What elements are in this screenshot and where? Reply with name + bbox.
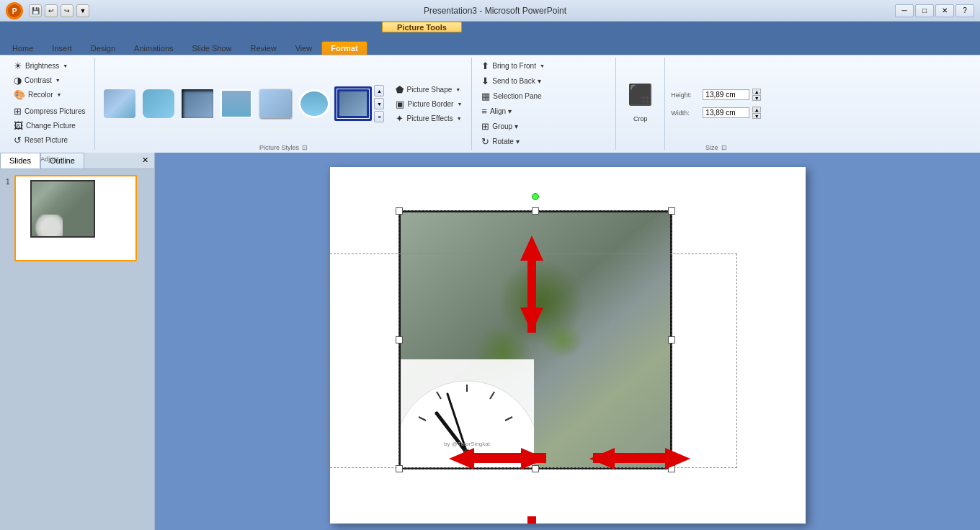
picture-border-button[interactable]: ▣ Picture Border ▼ xyxy=(392,97,466,111)
change-picture-icon: 🖼 xyxy=(14,120,23,131)
align-icon: ≡ xyxy=(481,106,487,117)
handle-middle-right[interactable] xyxy=(668,336,675,343)
height-row: Height: ▲ ▼ xyxy=(671,89,761,101)
contrast-icon: ◑ xyxy=(14,75,22,86)
selection-pane-button[interactable]: ▦ Selection Pane xyxy=(478,89,545,103)
brightness-icon: ☀ xyxy=(14,60,22,71)
picture-tools-context-tab: Picture Tools xyxy=(0,22,980,37)
style-5[interactable] xyxy=(257,86,294,121)
reset-icon: ↺ xyxy=(14,135,22,145)
panel-close-button[interactable]: ✕ xyxy=(136,153,154,169)
picture-effects-icon: ✦ xyxy=(396,113,404,124)
picture-shape-icon: ⬟ xyxy=(396,84,404,95)
align-button[interactable]: ≡ Align ▾ xyxy=(478,104,515,118)
left-panel: Slides Outline ✕ 1 xyxy=(0,153,155,530)
height-label: Height: xyxy=(671,91,700,99)
change-picture-button[interactable]: 🖼 Change Picture xyxy=(10,119,89,132)
crop-group: ⬛ ⌗ Crop xyxy=(616,58,665,150)
handle-bottom-right[interactable] xyxy=(668,465,675,472)
crop-button[interactable]: ⬛ ⌗ Crop xyxy=(622,85,659,122)
help-button[interactable]: ? xyxy=(956,4,974,17)
window-controls: ─ □ ✕ ? xyxy=(895,4,974,17)
height-up-button[interactable]: ▲ xyxy=(752,89,761,94)
gallery-scroll: ▲ ▼ ≡ xyxy=(374,85,384,122)
maximize-button[interactable]: □ xyxy=(915,4,934,17)
bring-to-front-icon: ⬆ xyxy=(481,60,489,71)
selection-pane-icon: ▦ xyxy=(481,91,490,102)
send-to-back-button[interactable]: ⬇ Send to Back ▾ xyxy=(478,74,544,88)
picture-effects-button[interactable]: ✦ Picture Effects ▼ xyxy=(392,112,466,125)
adjust-group: ☀ Brightness ▼ ◑ Contrast ▼ 🎨 Recolor ▼ xyxy=(4,58,95,150)
tab-home[interactable]: Home xyxy=(3,41,43,55)
slide-thumbnail-1[interactable] xyxy=(14,175,137,261)
rotate-button[interactable]: ↻ Rotate ▾ xyxy=(478,135,522,148)
brightness-button[interactable]: ☀ Brightness ▼ xyxy=(10,59,71,73)
bring-to-front-button[interactable]: ⬆ Bring to Front ▼ xyxy=(478,59,548,73)
width-input[interactable] xyxy=(703,107,749,118)
style-1[interactable] xyxy=(101,86,138,121)
picture-shape-button[interactable]: ⬟ Picture Shape ▼ xyxy=(392,83,466,96)
tab-animations[interactable]: Animations xyxy=(125,41,182,55)
svg-text:P: P xyxy=(12,7,17,15)
height-down-button[interactable]: ▼ xyxy=(752,95,761,101)
picture-container[interactable]: by @TutorSingkat xyxy=(398,210,672,480)
width-spinner: ▲ ▼ xyxy=(752,107,761,119)
handle-middle-left[interactable] xyxy=(396,336,403,343)
group-button[interactable]: ⊞ Group ▾ xyxy=(478,120,522,133)
contrast-button[interactable]: ◑ Contrast ▼ xyxy=(10,73,71,87)
style-4[interactable] xyxy=(218,86,255,121)
handle-bottom-left[interactable] xyxy=(396,465,403,472)
width-up-button[interactable]: ▲ xyxy=(752,107,761,112)
minimize-button[interactable]: ─ xyxy=(895,4,914,17)
width-row: Width: ▲ ▼ xyxy=(671,107,761,119)
picture-styles-expand[interactable]: ⊡ xyxy=(302,144,308,151)
style-2[interactable] xyxy=(140,86,177,121)
selection-box xyxy=(398,210,672,470)
slide-canvas[interactable]: by @TutorSingkat xyxy=(330,167,806,524)
close-button[interactable]: ✕ xyxy=(935,4,954,17)
redo-button[interactable]: ↪ xyxy=(61,4,74,17)
compress-icon: ⊞ xyxy=(14,106,22,117)
picture-tools-label: Picture Tools xyxy=(382,22,462,32)
style-6[interactable] xyxy=(295,86,333,121)
ribbon: Picture Tools Home Insert Design Animati… xyxy=(0,22,980,153)
tab-review[interactable]: Review xyxy=(241,41,286,55)
window-title: Presentation3 - Microsoft PowerPoint xyxy=(95,6,895,16)
ribbon-tab-row: Home Insert Design Animations Slide Show… xyxy=(0,37,980,55)
slide-thumb-item-1: 1 xyxy=(6,175,148,261)
style-7[interactable] xyxy=(334,86,372,121)
gallery-up[interactable]: ▲ xyxy=(374,85,384,96)
crop-lines-icon: ⌗ xyxy=(641,91,649,109)
reset-picture-button[interactable]: ↺ Reset Picture xyxy=(10,133,89,147)
rotate-handle[interactable] xyxy=(532,193,539,200)
undo-button[interactable]: ↩ xyxy=(45,4,58,17)
customize-button[interactable]: ▼ xyxy=(76,4,89,17)
tab-design[interactable]: Design xyxy=(81,41,125,55)
save-button[interactable]: 💾 xyxy=(29,4,42,17)
gallery-more[interactable]: ≡ xyxy=(374,111,384,122)
quick-access-toolbar: 💾 ↩ ↪ ▼ xyxy=(29,4,89,17)
handle-bottom-center[interactable] xyxy=(532,465,539,472)
tab-format[interactable]: Format xyxy=(321,41,367,55)
recolor-icon: 🎨 xyxy=(14,89,25,100)
gallery-down[interactable]: ▼ xyxy=(374,98,384,109)
compress-pictures-button[interactable]: ⊞ Compress Pictures xyxy=(10,104,89,118)
recolor-button[interactable]: 🎨 Recolor ▼ xyxy=(10,88,71,102)
handle-top-right[interactable] xyxy=(668,207,675,215)
height-spinner: ▲ ▼ xyxy=(752,89,761,101)
svg-rect-20 xyxy=(527,516,536,524)
height-input[interactable] xyxy=(703,89,749,100)
main-canvas-area: by @TutorSingkat xyxy=(155,153,980,530)
width-down-button[interactable]: ▼ xyxy=(752,113,761,119)
group-icon: ⊞ xyxy=(481,121,489,132)
tab-insert[interactable]: Insert xyxy=(43,41,81,55)
tab-view[interactable]: View xyxy=(286,41,322,55)
slide-number-1: 1 xyxy=(6,178,10,186)
title-bar: P 💾 ↩ ↪ ▼ Presentation3 - Microsoft Powe… xyxy=(0,0,980,22)
handle-top-center[interactable] xyxy=(532,207,539,215)
tab-slideshow[interactable]: Slide Show xyxy=(183,41,241,55)
size-expand[interactable]: ⊡ xyxy=(721,144,727,151)
handle-top-left[interactable] xyxy=(396,207,403,215)
style-3[interactable] xyxy=(179,86,216,121)
slides-tab[interactable]: Slides xyxy=(0,153,40,169)
